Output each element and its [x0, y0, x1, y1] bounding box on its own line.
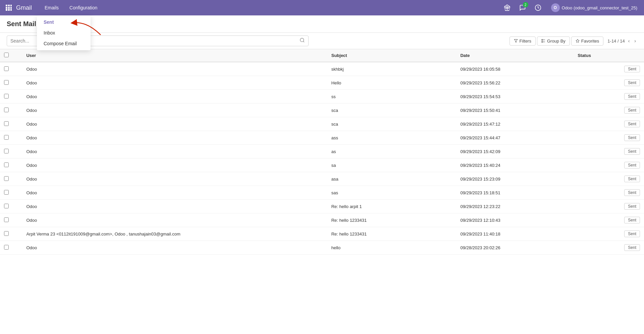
row-checkbox-7[interactable]: [4, 162, 9, 167]
row-subject-8: asa: [327, 172, 457, 186]
table-row[interactable]: Odoo ss 09/29/2023 15:54:53 Sent: [0, 90, 644, 104]
col-header-date[interactable]: Date: [456, 49, 574, 62]
row-checkbox-2[interactable]: [4, 94, 9, 98]
row-checkbox-10[interactable]: [4, 204, 9, 208]
table-row[interactable]: Odoo Hello 09/29/2023 15:56:22 Sent: [0, 76, 644, 90]
row-status-6: Sent: [574, 145, 644, 158]
svg-marker-12: [514, 40, 518, 43]
row-user-11: Odoo: [22, 213, 327, 227]
next-page-button[interactable]: ›: [633, 38, 637, 44]
row-checkbox-1[interactable]: [4, 80, 9, 85]
col-header-user[interactable]: User: [22, 49, 327, 62]
svg-rect-8: [10, 9, 12, 11]
prev-page-button[interactable]: ‹: [627, 38, 631, 44]
clock-icon[interactable]: [533, 3, 543, 13]
status-badge-5: Sent: [624, 134, 640, 141]
svg-rect-4: [8, 7, 10, 9]
svg-rect-14: [542, 42, 543, 43]
user-menu[interactable]: O Odoo (odoo_gmail_connector_test_25): [548, 2, 640, 13]
chat-icon[interactable]: 2: [518, 3, 528, 13]
nav-configuration[interactable]: Configuration: [65, 3, 102, 12]
row-subject-2: ss: [327, 90, 457, 104]
row-date-9: 09/29/2023 15:18:51: [456, 186, 574, 200]
row-checkbox-6[interactable]: [4, 149, 9, 153]
bug-icon[interactable]: [502, 3, 512, 13]
row-checkbox-8[interactable]: [4, 176, 9, 181]
row-subject-11: Re: hello 1233431: [327, 213, 457, 227]
row-status-2: Sent: [574, 90, 644, 104]
row-checkbox-5[interactable]: [4, 135, 9, 140]
table-row[interactable]: Odoo sas 09/29/2023 15:18:51 Sent: [0, 186, 644, 200]
table-row[interactable]: Odoo asa 09/29/2023 15:23:09 Sent: [0, 172, 644, 186]
table-row[interactable]: Odoo skhbkj 09/29/2023 16:05:58 Sent: [0, 62, 644, 76]
row-date-10: 09/29/2023 12:23:22: [456, 200, 574, 213]
status-badge-8: Sent: [624, 176, 640, 182]
table-row[interactable]: Odoo as 09/29/2023 15:42:09 Sent: [0, 145, 644, 158]
row-subject-0: skhbkj: [327, 62, 457, 76]
toolbar-row: Filters Group By Favorites: [0, 33, 644, 49]
svg-rect-0: [6, 5, 7, 6]
page-header: Sent Mail: [0, 15, 644, 33]
col-header-subject[interactable]: Subject: [327, 49, 457, 62]
status-badge-12: Sent: [624, 230, 640, 237]
grid-menu-icon[interactable]: [4, 3, 13, 12]
table-row[interactable]: Odoo sa 09/29/2023 15:40:24 Sent: [0, 158, 644, 172]
row-checkbox-3[interactable]: [4, 108, 9, 112]
nav-emails[interactable]: Emails: [40, 3, 63, 12]
dropdown-item-inbox[interactable]: Inbox: [37, 27, 91, 38]
row-subject-13: hello: [327, 241, 457, 255]
table-row[interactable]: Arpit Verma 23 <0112it191009@gmail.com>,…: [0, 227, 644, 241]
row-date-7: 09/29/2023 15:40:24: [456, 158, 574, 172]
table-row[interactable]: Odoo Re: hello arpit 1 09/29/2023 12:23:…: [0, 200, 644, 213]
row-checkbox-13[interactable]: [4, 245, 9, 250]
row-date-1: 09/29/2023 15:56:22: [456, 76, 574, 90]
svg-rect-2: [10, 5, 12, 6]
row-user-9: Odoo: [22, 186, 327, 200]
table-row[interactable]: Odoo Re: hello 1233431 09/29/2023 12:10:…: [0, 213, 644, 227]
table-row[interactable]: Odoo hello 09/28/2023 20:02:26 Sent: [0, 241, 644, 255]
row-checkbox-12[interactable]: [4, 231, 9, 236]
search-icon[interactable]: [300, 38, 305, 44]
row-subject-6: as: [327, 145, 457, 158]
filters-button[interactable]: Filters: [509, 37, 536, 46]
table-row[interactable]: Odoo ass 09/29/2023 15:44:47 Sent: [0, 131, 644, 145]
content-area: Sent Mail Filters: [0, 15, 644, 334]
row-subject-1: Hello: [327, 76, 457, 90]
emails-dropdown: Sent Inbox Compose Email: [37, 15, 91, 50]
row-date-12: 09/29/2023 11:40:18: [456, 227, 574, 241]
svg-rect-6: [6, 9, 7, 11]
row-user-4: Odoo: [22, 117, 327, 131]
row-checkbox-0[interactable]: [4, 66, 9, 71]
status-badge-1: Sent: [624, 79, 640, 86]
pagination-info: 1-14 / 14 ‹ ›: [607, 38, 637, 44]
svg-rect-5: [10, 7, 12, 9]
row-checkbox-9[interactable]: [4, 190, 9, 195]
group-by-button[interactable]: Group By: [537, 37, 570, 46]
row-user-10: Odoo: [22, 200, 327, 213]
row-user-2: Odoo: [22, 90, 327, 104]
favorites-button[interactable]: Favorites: [571, 37, 603, 46]
svg-rect-7: [8, 9, 10, 11]
row-status-0: Sent: [574, 62, 644, 76]
row-user-0: Odoo: [22, 62, 327, 76]
row-checkbox-4[interactable]: [4, 121, 9, 126]
table-header-row: User Subject Date Status: [0, 49, 644, 62]
row-date-5: 09/29/2023 15:44:47: [456, 131, 574, 145]
row-checkbox-11[interactable]: [4, 217, 9, 222]
select-all-checkbox[interactable]: [4, 53, 9, 57]
table-row[interactable]: Odoo sca 09/29/2023 15:50:41 Sent: [0, 104, 644, 117]
row-status-1: Sent: [574, 76, 644, 90]
dropdown-item-sent[interactable]: Sent: [37, 17, 91, 27]
chat-badge: 2: [523, 2, 528, 7]
row-status-3: Sent: [574, 104, 644, 117]
dropdown-item-compose[interactable]: Compose Email: [37, 38, 91, 49]
top-nav: Emails Configuration: [40, 3, 102, 12]
row-date-2: 09/29/2023 15:54:53: [456, 90, 574, 104]
col-header-status[interactable]: Status: [574, 49, 644, 62]
row-subject-5: ass: [327, 131, 457, 145]
row-status-7: Sent: [574, 158, 644, 172]
svg-rect-1: [8, 5, 10, 6]
table-row[interactable]: Odoo sca 09/29/2023 15:47:12 Sent: [0, 117, 644, 131]
status-badge-9: Sent: [624, 189, 640, 196]
avatar: O: [551, 3, 560, 12]
